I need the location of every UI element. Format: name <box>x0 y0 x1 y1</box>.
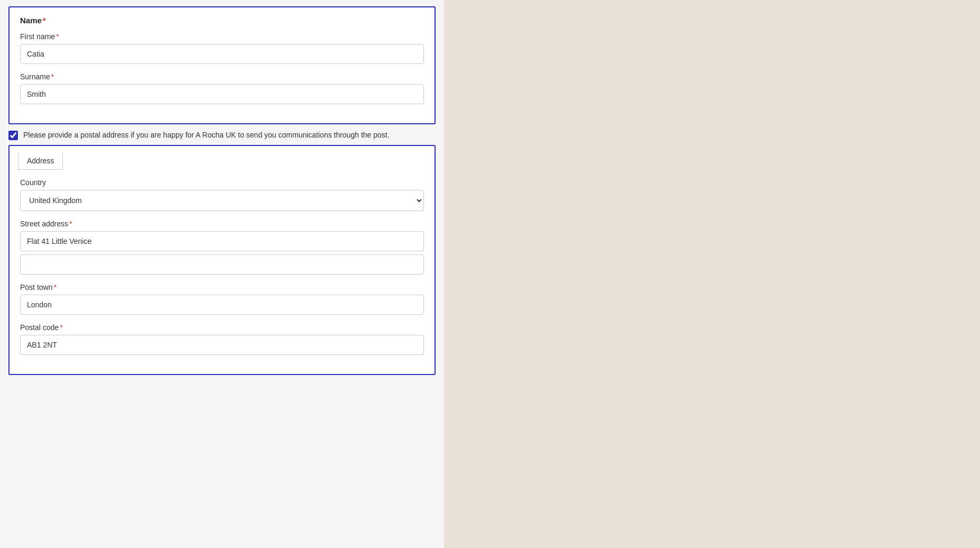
post-town-input[interactable] <box>20 295 424 315</box>
postal-address-checkbox-row: Please provide a postal address if you a… <box>8 130 436 141</box>
address-section: Address Country United Kingdom United St… <box>8 145 436 375</box>
first-name-required-star: * <box>56 32 59 41</box>
surname-group: Surname* <box>20 72 424 104</box>
street-address-line2-input[interactable] <box>20 254 424 275</box>
country-label: Country <box>20 178 424 187</box>
first-name-label: First name* <box>20 32 424 41</box>
postal-address-label: Please provide a postal address if you a… <box>23 130 390 141</box>
post-town-required-star: * <box>53 283 56 291</box>
address-inner: Country United Kingdom United States Can… <box>10 170 434 374</box>
name-section-title: Name* <box>20 16 424 25</box>
country-select[interactable]: United Kingdom United States Canada Aust… <box>20 190 424 211</box>
postal-code-label: Postal code* <box>20 323 424 332</box>
post-town-group: Post town* <box>20 283 424 315</box>
name-required-star: * <box>43 16 46 25</box>
street-required-star: * <box>69 220 72 228</box>
name-section: Name* First name* Surname* <box>8 6 436 124</box>
post-town-label: Post town* <box>20 283 424 291</box>
country-group: Country United Kingdom United States Can… <box>20 178 424 211</box>
first-name-group: First name* <box>20 32 424 64</box>
right-panel <box>444 0 980 548</box>
postal-address-checkbox[interactable] <box>8 131 18 140</box>
surname-label: Surname* <box>20 72 424 81</box>
surname-input[interactable] <box>20 84 424 104</box>
street-address-line1-input[interactable] <box>20 231 424 251</box>
postal-code-group: Postal code* <box>20 323 424 355</box>
postal-code-required-star: * <box>60 323 62 332</box>
postal-code-input[interactable] <box>20 335 424 355</box>
address-tab: Address <box>18 152 63 170</box>
street-address-group: Street address* <box>20 220 424 275</box>
first-name-input[interactable] <box>20 44 424 64</box>
street-address-label: Street address* <box>20 220 424 228</box>
surname-required-star: * <box>51 72 54 81</box>
